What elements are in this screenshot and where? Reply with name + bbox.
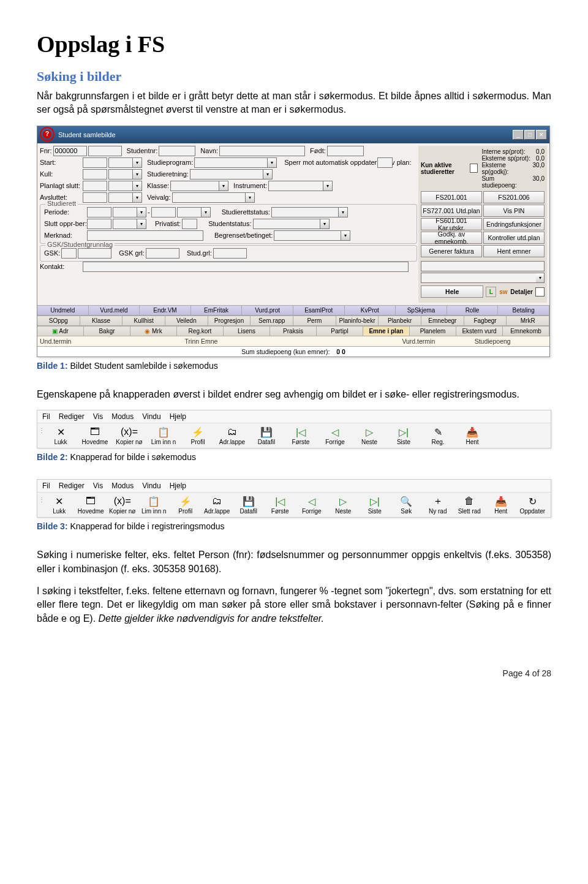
menu-fil[interactable]: Fil xyxy=(42,482,50,490)
toolbar-kopier-n--button[interactable]: (x)=Kopier nø xyxy=(112,425,146,447)
begrenset-dropdown[interactable] xyxy=(274,230,341,241)
studierettstatus-dropdown[interactable] xyxy=(271,207,339,217)
panel-button[interactable]: FS601.001 Kar.utskr. xyxy=(421,218,482,230)
studgrl-input[interactable] xyxy=(213,248,247,259)
tab-spskjema[interactable]: SpSkjema xyxy=(396,306,447,315)
toolbar-lim-inn-n-button[interactable]: 📋Lim inn n xyxy=(138,494,170,516)
start-dropdown[interactable] xyxy=(108,157,133,168)
panel-button[interactable]: FS727.001 Utd.plan xyxy=(421,205,482,217)
tab-betaling[interactable]: Betaling xyxy=(498,306,549,315)
studieretning-dropdown[interactable] xyxy=(190,169,263,179)
tab-ekstern-vurd[interactable]: Ekstern vurd xyxy=(456,327,503,336)
tab-progresjon[interactable]: Progresjon xyxy=(208,316,251,325)
klasse-dropdown[interactable] xyxy=(170,181,219,191)
toolbar-hent-button[interactable]: 📥Hent xyxy=(455,425,489,447)
toolbar-hovedme-button[interactable]: 🗔Hovedme xyxy=(78,425,112,447)
toolbar-siste-button[interactable]: ▷|Siste xyxy=(386,425,421,447)
kontakt-input[interactable] xyxy=(83,262,409,272)
chevron-down-icon[interactable]: ▾ xyxy=(263,169,273,179)
studieprogram-dropdown[interactable] xyxy=(194,157,268,168)
toolbar-profil-button[interactable]: ⚡Profil xyxy=(170,494,202,516)
minimize-icon[interactable]: _ xyxy=(513,130,524,140)
chevron-down-icon[interactable]: ▾ xyxy=(246,192,255,203)
tab-vurd-prot[interactable]: Vurd.prot xyxy=(242,306,293,315)
toolbar-hovedme-button[interactable]: 🗔Hovedme xyxy=(75,494,107,516)
kun-aktive-checkbox[interactable] xyxy=(470,164,478,173)
tab-planelem[interactable]: Planelem xyxy=(410,327,456,336)
kull-input[interactable] xyxy=(83,169,107,179)
tab-emnekomb[interactable]: Emnekomb xyxy=(503,327,549,336)
toolbar-lukk-button[interactable]: ✕Lukk xyxy=(43,425,78,447)
tab-planbekr[interactable]: Planbekr xyxy=(379,316,421,325)
studentstatus-dropdown[interactable] xyxy=(253,219,320,229)
toolbar-datafil-button[interactable]: 💾Datafil xyxy=(233,494,265,516)
studentnr-input[interactable] xyxy=(159,146,195,156)
menu-rediger[interactable]: Rediger xyxy=(59,482,85,490)
menu-vis[interactable]: Vis xyxy=(93,482,103,490)
tab-vurd-meld[interactable]: Vurd.meld xyxy=(89,306,140,315)
right-filter-input[interactable] xyxy=(421,261,545,271)
tab-mrkr[interactable]: MrkR xyxy=(507,316,549,325)
tab-rolle[interactable]: Rolle xyxy=(447,306,499,315)
slutt-input[interactable] xyxy=(87,219,111,229)
periode-to[interactable] xyxy=(151,207,176,217)
menu-hjelp[interactable]: Hjelp xyxy=(170,482,186,490)
chevron-down-icon[interactable]: ▾ xyxy=(137,219,146,229)
hele-button[interactable]: Hele xyxy=(421,285,483,298)
tab-undmeld[interactable]: Undmeld xyxy=(37,306,89,315)
planlagt-input[interactable] xyxy=(83,181,107,191)
tab-lisens[interactable]: Lisens xyxy=(224,327,270,336)
periode-from[interactable] xyxy=(87,207,111,217)
toolbar-siste-button[interactable]: ▷|Siste xyxy=(359,494,391,516)
tab-emnebegr[interactable]: Emnebegr xyxy=(421,316,464,325)
chevron-down-icon[interactable]: ▾ xyxy=(341,230,350,241)
detaljer-checkbox[interactable] xyxy=(535,287,545,297)
panel-button[interactable]: Vis PIN xyxy=(483,205,545,217)
periode-to-dd[interactable] xyxy=(177,207,202,217)
menu-rediger[interactable]: Rediger xyxy=(59,412,85,421)
chevron-down-icon[interactable]: ▾ xyxy=(323,181,333,191)
menu-modus[interactable]: Modus xyxy=(111,482,134,490)
periode-from-dd[interactable] xyxy=(113,207,137,217)
right-dropdown[interactable] xyxy=(421,273,536,283)
toolbar-forrige-button[interactable]: ◁Forrige xyxy=(296,494,328,516)
menu-vindu[interactable]: Vindu xyxy=(142,412,160,421)
gsk-input[interactable] xyxy=(61,248,77,259)
maximize-icon[interactable]: □ xyxy=(524,130,535,140)
sw-icon[interactable]: sw xyxy=(499,287,508,297)
toolbar-adr-lappe-button[interactable]: 🗂Adr.lappe xyxy=(202,494,233,516)
sperr-input[interactable] xyxy=(377,157,393,168)
chevron-down-icon[interactable]: ▾ xyxy=(133,181,142,191)
toolbar-oppdater-button[interactable]: ↻Oppdater xyxy=(517,494,549,516)
slutt-dd[interactable] xyxy=(113,219,137,229)
tab-emne-i-plan[interactable]: Emne i plan xyxy=(363,327,410,336)
toolbar-hent-button[interactable]: 📥Hent xyxy=(485,494,517,516)
tab-mrk[interactable]: ◉ Mrk xyxy=(130,327,177,336)
veivalg-dropdown[interactable] xyxy=(172,192,246,203)
tab-fagbegr[interactable]: Fagbegr xyxy=(464,316,507,325)
tab-perm[interactable]: Perm xyxy=(293,316,336,325)
navn-input[interactable] xyxy=(219,146,305,156)
chevron-down-icon[interactable]: ▾ xyxy=(268,157,277,168)
menu-vindu[interactable]: Vindu xyxy=(142,482,160,490)
gskgrl-input[interactable] xyxy=(146,248,179,259)
instrument-dropdown[interactable] xyxy=(268,181,323,191)
chevron-down-icon[interactable]: ▾ xyxy=(133,192,142,203)
toolbar-lukk-button[interactable]: ✕Lukk xyxy=(43,494,75,516)
l-icon[interactable]: L xyxy=(486,287,496,297)
toolbar-kopier-n--button[interactable]: (x)=Kopier nø xyxy=(107,494,138,516)
panel-button[interactable]: FS201.006 xyxy=(483,191,545,203)
avsluttet-dropdown[interactable] xyxy=(108,192,133,203)
chevron-down-icon[interactable]: ▾ xyxy=(133,157,142,168)
chevron-down-icon[interactable]: ▾ xyxy=(137,207,146,217)
panel-button[interactable]: Hent emner xyxy=(483,245,545,257)
tab-soppg[interactable]: SOppg xyxy=(37,316,80,325)
panel-button[interactable]: Endringsfunksjoner xyxy=(483,218,545,230)
tab-adr[interactable]: ▣ Adr xyxy=(37,327,84,336)
tab-reg-kort[interactable]: Reg.kort xyxy=(177,327,224,336)
fodt-input[interactable] xyxy=(327,146,364,156)
chevron-down-icon[interactable]: ▾ xyxy=(202,207,211,217)
tab-kvprot[interactable]: KvProt xyxy=(345,306,396,315)
tab-planinfo-bekr[interactable]: Planinfo-bekr xyxy=(336,316,379,325)
dropdown-arrow-icon[interactable]: ▾ xyxy=(536,273,545,283)
